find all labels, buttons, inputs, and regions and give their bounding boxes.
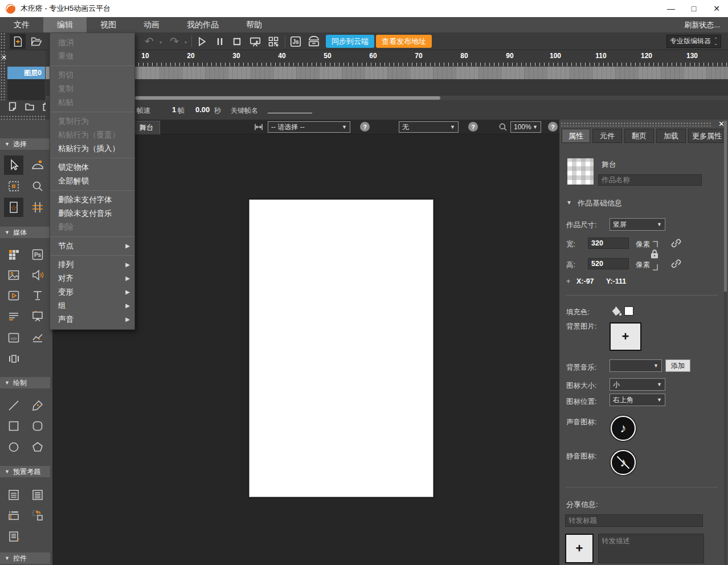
icon-pos-select[interactable]: 右上角 ▼: [610, 394, 665, 406]
survey-tool[interactable]: ✓: [4, 527, 23, 546]
size-select[interactable]: 竖屏 ▼: [610, 218, 665, 231]
sound-note-icon[interactable]: ♪: [611, 416, 636, 441]
section-select[interactable]: ▼ 选择: [0, 138, 50, 150]
line-tool[interactable]: [4, 396, 23, 415]
effect-select[interactable]: 无 ▼: [399, 121, 459, 133]
menu-item-paste-behavior-overwrite[interactable]: 粘贴行为（覆盖）: [50, 128, 134, 142]
menu-item-sound[interactable]: 声音 ▶: [50, 313, 134, 326]
maximize-button[interactable]: □: [682, 0, 705, 17]
drag-question-tool[interactable]: [28, 506, 47, 525]
tab-symbols[interactable]: 元件: [592, 129, 622, 143]
menu-item-paste-behavior-insert[interactable]: 粘贴行为（插入）: [50, 142, 134, 155]
properties-scrollbar[interactable]: [724, 121, 727, 565]
tab-properties[interactable]: 属性: [562, 129, 590, 143]
qr-code-button[interactable]: [265, 34, 281, 49]
page-star-tool[interactable]: ☆: [4, 198, 23, 217]
close-button[interactable]: ✕: [705, 0, 728, 17]
timeline-horizontal-scrollbar[interactable]: [46, 96, 728, 100]
presentation-tool[interactable]: [28, 306, 47, 326]
preview-button[interactable]: [247, 34, 263, 49]
help-icon[interactable]: ?: [360, 122, 370, 132]
rounded-rect-tool[interactable]: [28, 416, 47, 436]
editor-mode-select[interactable]: 专业版编辑器 ⌃⌄: [666, 35, 721, 48]
link-icon[interactable]: [670, 257, 682, 270]
menu-item-delete-unpaid-music[interactable]: 删除未支付音乐: [50, 207, 134, 220]
menu-view[interactable]: 视图: [87, 17, 130, 32]
layer-item-selected[interactable]: 图层0: [7, 67, 45, 79]
fill-blank-question-tool[interactable]: [4, 506, 23, 525]
fit-width-button[interactable]: [253, 122, 264, 132]
marquee-tool[interactable]: [4, 177, 23, 196]
stop-button[interactable]: [229, 34, 245, 49]
refresh-status[interactable]: 刷新状态...: [684, 17, 728, 32]
scrollbar-thumb[interactable]: [724, 121, 727, 292]
link-icon[interactable]: [670, 237, 682, 249]
timeline-frames-row[interactable]: [46, 67, 728, 79]
redo-button[interactable]: ↷: [166, 34, 182, 49]
mute-note-icon[interactable]: ♪: [611, 450, 636, 475]
new-layer-button[interactable]: [7, 101, 18, 112]
help-icon[interactable]: ?: [468, 122, 478, 132]
polygon-tool[interactable]: [28, 437, 47, 457]
stage-document[interactable]: [249, 199, 433, 497]
paragraph-tool[interactable]: [4, 306, 23, 326]
pen-tool[interactable]: [28, 396, 47, 415]
stage-tab[interactable]: 舞台: [133, 121, 160, 134]
menu-file[interactable]: 文件: [0, 17, 43, 32]
add-music-button[interactable]: 添加: [665, 359, 690, 372]
menu-item-arrange[interactable]: 排列 ▶: [50, 258, 134, 272]
menu-item-cut[interactable]: 剪切: [50, 68, 134, 82]
menu-item-transform[interactable]: 变形 ▶: [50, 285, 134, 299]
add-bg-image-button[interactable]: +: [610, 322, 641, 351]
code-tool[interactable]: </>: [4, 328, 23, 347]
js-editor-button[interactable]: Js: [288, 34, 304, 49]
minimize-button[interactable]: —: [660, 0, 682, 17]
view-publish-url-button[interactable]: 查看发布地址: [376, 35, 432, 48]
menu-item-paste[interactable]: 粘贴: [50, 96, 134, 109]
section-draw[interactable]: ▼ 绘制: [0, 377, 50, 388]
rectangle-tool[interactable]: [4, 416, 23, 436]
menu-item-delete-unpaid-fonts[interactable]: 删除未支付字体: [50, 193, 134, 207]
layers-list-area[interactable]: [7, 79, 45, 102]
library-button[interactable]: [306, 34, 322, 49]
share-desc-textarea[interactable]: [598, 534, 704, 563]
video-tool[interactable]: [4, 286, 23, 305]
pause-button[interactable]: [212, 34, 228, 49]
chart-tool[interactable]: [28, 328, 47, 347]
scene-select[interactable]: -- 请选择 -- ▼: [268, 121, 350, 133]
width-input[interactable]: [588, 238, 629, 249]
sync-to-cloud-button[interactable]: 同步到云端: [326, 35, 374, 48]
new-folder-button[interactable]: [24, 101, 35, 112]
lock-icon[interactable]: [649, 248, 660, 260]
paint-bucket-icon[interactable]: [611, 305, 623, 318]
single-choice-question-tool[interactable]: [4, 485, 23, 505]
menu-animation[interactable]: 动画: [130, 17, 173, 32]
work-name-input[interactable]: [598, 174, 702, 186]
menu-item-copy-behavior[interactable]: 复制行为: [50, 114, 134, 128]
tab-more[interactable]: 更多属性: [688, 129, 726, 143]
timeline-ruler[interactable]: 10 20 30 40 50 60 70 80 90 100 110 120 1…: [130, 50, 728, 67]
menu-my-works[interactable]: 我的作品: [173, 17, 232, 32]
menu-item-redo[interactable]: 重做: [50, 50, 134, 63]
section-controls[interactable]: ▼ 控件: [0, 552, 50, 564]
section-collapse-icon[interactable]: ▼: [566, 199, 572, 206]
cursor-tool[interactable]: [4, 155, 23, 175]
image-tool[interactable]: [4, 265, 23, 285]
guides-tool[interactable]: [28, 198, 47, 217]
carousel-tool[interactable]: [4, 349, 23, 369]
multi-choice-question-tool[interactable]: [28, 485, 47, 505]
menu-item-node[interactable]: 节点 ▶: [50, 239, 134, 253]
photoshop-import-tool[interactable]: Ps: [28, 245, 47, 264]
section-media[interactable]: ▼ 媒体: [0, 227, 50, 238]
text-tool[interactable]: [28, 286, 47, 305]
undo-dropdown-icon[interactable]: ▾: [159, 40, 162, 45]
scrollbar-thumb[interactable]: [135, 96, 440, 100]
tab-loading[interactable]: 加载: [656, 129, 686, 143]
menu-item-align[interactable]: 对齐 ▶: [50, 272, 134, 285]
undo-button[interactable]: ↶: [141, 34, 157, 49]
menu-item-unlock-all[interactable]: 全部解锁: [50, 174, 134, 188]
keyframe-name-input[interactable]: [268, 113, 312, 113]
icon-size-select[interactable]: 小 ▼: [610, 378, 665, 391]
height-input[interactable]: [588, 258, 629, 269]
expand-position-icon[interactable]: +: [566, 277, 570, 285]
